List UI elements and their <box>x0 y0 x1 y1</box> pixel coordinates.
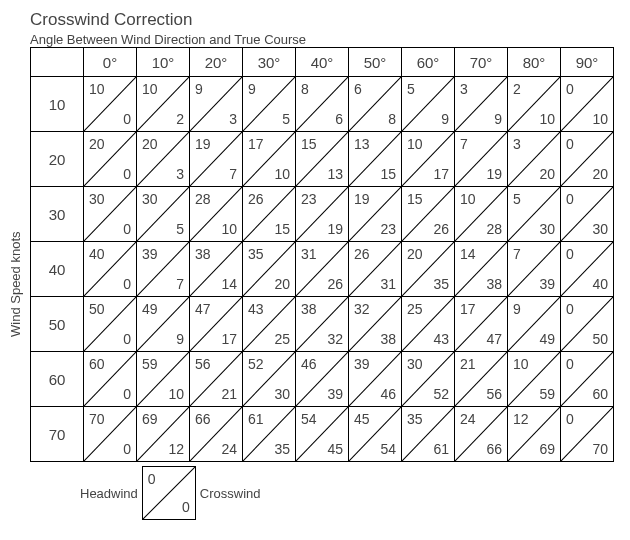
column-header: 20° <box>190 48 243 77</box>
data-cell: 020 <box>561 132 614 187</box>
headwind-value: 10 <box>407 136 423 152</box>
data-cell: 5910 <box>137 352 190 407</box>
headwind-value: 28 <box>195 191 211 207</box>
headwind-value: 35 <box>248 246 264 262</box>
data-cell: 1526 <box>402 187 455 242</box>
headwind-value: 0 <box>566 411 574 427</box>
crosswind-value: 5 <box>176 221 184 237</box>
data-cell: 2543 <box>402 297 455 352</box>
headwind-value: 17 <box>248 136 264 152</box>
data-cell: 3832 <box>296 297 349 352</box>
headwind-value: 23 <box>301 191 317 207</box>
headwind-value: 20 <box>407 246 423 262</box>
headwind-value: 25 <box>407 301 423 317</box>
headwind-value: 35 <box>407 411 423 427</box>
data-cell: 59 <box>402 77 455 132</box>
row-header: 40 <box>31 242 84 297</box>
headwind-value: 61 <box>248 411 264 427</box>
table-row: 50500499471743253832323825431747949050 <box>31 297 614 352</box>
headwind-value: 6 <box>354 81 362 97</box>
data-cell: 3946 <box>349 352 402 407</box>
headwind-value: 70 <box>89 411 105 427</box>
data-cell: 060 <box>561 352 614 407</box>
data-cell: 050 <box>561 297 614 352</box>
headwind-value: 10 <box>460 191 476 207</box>
data-cell: 739 <box>508 242 561 297</box>
data-cell: 305 <box>137 187 190 242</box>
headwind-value: 0 <box>566 191 574 207</box>
data-cell: 010 <box>561 77 614 132</box>
data-cell: 68 <box>349 77 402 132</box>
headwind-value: 9 <box>195 81 203 97</box>
table-row: 7070069126624613554454554356124661269070 <box>31 407 614 462</box>
crosswind-value: 26 <box>327 276 343 292</box>
headwind-value: 56 <box>195 356 211 372</box>
crosswind-value: 0 <box>123 166 131 182</box>
row-header: 60 <box>31 352 84 407</box>
data-cell: 3052 <box>402 352 455 407</box>
crosswind-value: 30 <box>274 386 290 402</box>
headwind-value: 43 <box>248 301 264 317</box>
data-cell: 320 <box>508 132 561 187</box>
crosswind-value: 26 <box>433 221 449 237</box>
headwind-value: 14 <box>460 246 476 262</box>
crosswind-value: 13 <box>327 166 343 182</box>
column-header: 60° <box>402 48 455 77</box>
headwind-value: 12 <box>513 411 529 427</box>
crosswind-table: 0°10°20°30°40°50°60°70°80°90° 1010010293… <box>30 47 614 462</box>
data-cell: 39 <box>455 77 508 132</box>
headwind-value: 2 <box>513 81 521 97</box>
data-cell: 1513 <box>296 132 349 187</box>
data-cell: 2319 <box>296 187 349 242</box>
legend-headwind-label: Headwind <box>80 486 138 501</box>
crosswind-value: 19 <box>486 166 502 182</box>
table-row: 40400397381435203126263120351438739040 <box>31 242 614 297</box>
headwind-value: 50 <box>89 301 105 317</box>
y-axis-label: Wind Speed knots <box>8 231 23 337</box>
crosswind-value: 10 <box>539 111 555 127</box>
headwind-value: 26 <box>354 246 370 262</box>
data-cell: 949 <box>508 297 561 352</box>
headwind-value: 10 <box>513 356 529 372</box>
data-cell: 102 <box>137 77 190 132</box>
headwind-value: 30 <box>407 356 423 372</box>
crosswind-value: 17 <box>433 166 449 182</box>
crosswind-value: 10 <box>592 111 608 127</box>
data-cell: 210 <box>508 77 561 132</box>
crosswind-value: 6 <box>335 111 343 127</box>
headwind-value: 10 <box>89 81 105 97</box>
crosswind-value: 20 <box>592 166 608 182</box>
crosswind-value: 35 <box>274 441 290 457</box>
crosswind-value: 3 <box>229 111 237 127</box>
crosswind-value: 52 <box>433 386 449 402</box>
headwind-value: 21 <box>460 356 476 372</box>
crosswind-value: 9 <box>494 111 502 127</box>
data-cell: 1747 <box>455 297 508 352</box>
crosswind-value: 35 <box>433 276 449 292</box>
data-cell: 040 <box>561 242 614 297</box>
column-header: 40° <box>296 48 349 77</box>
headwind-value: 66 <box>195 411 211 427</box>
headwind-value: 0 <box>566 136 574 152</box>
table-row: 10100102939586685939210010 <box>31 77 614 132</box>
headwind-value: 0 <box>566 356 574 372</box>
data-cell: 300 <box>84 187 137 242</box>
headwind-value: 7 <box>513 246 521 262</box>
crosswind-value: 45 <box>327 441 343 457</box>
crosswind-value: 14 <box>221 276 237 292</box>
data-cell: 5445 <box>296 407 349 462</box>
data-cell: 1269 <box>508 407 561 462</box>
crosswind-value: 0 <box>123 111 131 127</box>
crosswind-value: 23 <box>380 221 396 237</box>
headwind-value: 3 <box>513 136 521 152</box>
data-cell: 3561 <box>402 407 455 462</box>
crosswind-value: 38 <box>486 276 502 292</box>
corner-cell <box>31 48 84 77</box>
headwind-value: 39 <box>142 246 158 262</box>
crosswind-value: 69 <box>539 441 555 457</box>
table-row: 30300305281026152319192315261028530030 <box>31 187 614 242</box>
chart-title: Crosswind Correction <box>30 10 620 30</box>
crosswind-value: 49 <box>539 331 555 347</box>
data-cell: 203 <box>137 132 190 187</box>
data-cell: 100 <box>84 77 137 132</box>
